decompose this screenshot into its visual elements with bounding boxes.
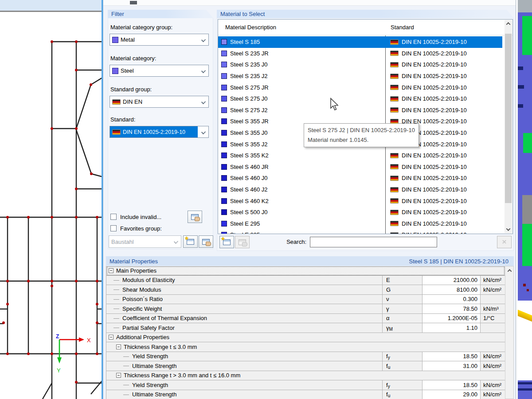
material-category-label: Material category:	[110, 55, 156, 62]
property-label: Main Properties	[116, 267, 156, 274]
material-standard: DIN EN 10025-2:2019-10	[402, 209, 467, 215]
favorites-group-select[interactable]: Baustahl	[109, 235, 181, 248]
property-label: Thickness Range t ≤ 3.0 mm	[124, 344, 197, 350]
coordinate-axes	[57, 337, 84, 364]
material-row[interactable]: Steel S 355 K2 DIN EN 10025-2:2019-10	[218, 150, 502, 161]
scroll-up-button[interactable]	[505, 20, 512, 27]
material-list-scrollbar[interactable]	[505, 20, 512, 233]
collapse-icon[interactable]	[109, 268, 113, 273]
favorites-group-label: Favorites group:	[120, 225, 162, 232]
germany-flag-icon	[112, 129, 121, 135]
standard-group-value: DIN EN	[123, 98, 142, 105]
material-row[interactable]: Steel E 295 DIN EN 10025-2:2019-10	[218, 218, 502, 230]
property-unit	[481, 323, 505, 332]
property-symbol: γM	[382, 323, 422, 332]
mouse-cursor	[329, 98, 339, 111]
clear-search-button[interactable]: ×	[497, 236, 512, 248]
material-row[interactable]: Steel S 275 JR DIN EN 10025-2:2019-10	[218, 82, 502, 93]
material-row[interactable]: Steel S 235 J2 DIN EN 10025-2:2019-10	[218, 70, 502, 82]
material-row[interactable]: Steel E 335 DIN EN 10025-2:2019-10	[218, 229, 502, 234]
material-color-swatch	[221, 153, 227, 158]
property-value[interactable]: 78.50	[422, 304, 481, 313]
standard-select[interactable]: DIN EN 10025-2:2019-10	[110, 126, 209, 138]
render-red-dot	[527, 289, 529, 291]
scroll-up-button[interactable]	[505, 267, 513, 274]
property-row: Yield Strength fy 18.50 kN/cm²	[106, 352, 505, 362]
standard-group-select[interactable]: DIN EN	[110, 96, 209, 108]
material-color-swatch	[221, 187, 227, 192]
material-row[interactable]: Steel S 235 JR DIN EN 10025-2:2019-10	[218, 48, 502, 59]
material-color-swatch	[221, 73, 227, 79]
material-name: Steel S 355 J0	[230, 129, 268, 136]
include-invalid-checkbox[interactable]	[110, 214, 117, 220]
material-standard: DIN EN 10025-2:2019-10	[402, 175, 467, 181]
scroll-down-button[interactable]	[505, 226, 512, 233]
render-dark-stripe	[518, 382, 532, 384]
germany-flag-icon	[390, 187, 399, 192]
material-selection-dialog: Filter Material category group: Metal Ma…	[103, 0, 516, 399]
favorites-group-value: Baustahl	[111, 239, 134, 245]
tooltip-line2: Material nunber 1.0145.	[308, 135, 415, 145]
germany-flag-icon	[390, 96, 399, 102]
edit-invalid-button[interactable]	[188, 211, 202, 223]
material-row[interactable]: Steel S 275 J2 DIN EN 10025-2:2019-10	[218, 105, 502, 116]
property-value[interactable]: 1.2000E-05	[422, 314, 481, 323]
germany-flag-icon	[112, 99, 121, 105]
material-category-group-select[interactable]: Metal	[110, 34, 209, 46]
property-value[interactable]: 18.50	[422, 352, 481, 361]
material-row[interactable]: Steel S 460 K2 DIN EN 10025-2:2019-10	[218, 195, 502, 207]
material-standard: DIN EN 10025-2:2019-10	[402, 84, 467, 91]
property-row: Poisson´s Ratio ν 0.300	[106, 295, 505, 305]
material-category-select[interactable]: Steel	[110, 65, 209, 77]
material-name: Steel S 235 JR	[230, 50, 269, 57]
property-row: Specific Weight γ 78.50 kN/m³	[106, 304, 505, 314]
property-unit: kN/cm²	[481, 352, 505, 361]
axis-z-label: Z	[56, 333, 59, 340]
property-label: Partial Safety Factor	[122, 325, 175, 331]
germany-flag-icon	[390, 232, 399, 234]
column-header-description[interactable]: Material Description	[225, 24, 276, 31]
material-row[interactable]: Steel S 235 J0 DIN EN 10025-2:2019-10	[218, 59, 502, 70]
properties-table: Main Properties Modulus of Elasticity E …	[106, 266, 505, 399]
edit-material-button[interactable]	[235, 236, 250, 248]
metal-color-swatch	[112, 37, 118, 43]
collapse-icon[interactable]	[116, 344, 121, 349]
scrollbar-thumb[interactable]	[505, 34, 512, 203]
chevron-down-icon	[201, 69, 206, 73]
material-row[interactable]: Steel S 460 J0 DIN EN 10025-2:2019-10	[218, 172, 502, 184]
search-input[interactable]	[310, 237, 437, 247]
property-value[interactable]: 0.300	[422, 295, 481, 304]
collapse-icon[interactable]	[109, 335, 113, 340]
property-value[interactable]: 18.50	[422, 380, 481, 390]
edit-favorites-group-button[interactable]	[199, 235, 213, 248]
property-label: Additional Properties	[116, 334, 169, 340]
property-value[interactable]: 8100.00	[422, 285, 481, 294]
material-tooltip: Steel S 275 J2 | DIN EN 10025-2:2019-10 …	[304, 123, 419, 147]
property-value[interactable]: 21000.00	[422, 276, 481, 285]
new-material-button[interactable]	[219, 236, 234, 248]
material-name: Steel S 460 JR	[230, 164, 269, 170]
properties-scrollbar[interactable]	[505, 266, 514, 399]
property-value[interactable]: 31.00	[422, 361, 481, 371]
material-row[interactable]: Steel S 185 DIN EN 10025-2:2019-10	[218, 36, 502, 48]
material-row[interactable]: Steel S 500 J0 DIN EN 10025-2:2019-10	[218, 207, 502, 218]
render-dark-wedge	[518, 85, 524, 89]
collapse-icon[interactable]	[116, 373, 121, 378]
property-symbol: G	[382, 285, 422, 294]
material-name: Steel S 460 K2	[230, 198, 269, 204]
favorites-group-checkbox[interactable]	[110, 225, 117, 231]
material-row[interactable]: Steel S 460 JR DIN EN 10025-2:2019-10	[218, 161, 502, 173]
material-row[interactable]: Steel S 460 J2 DIN EN 10025-2:2019-10	[218, 184, 502, 196]
column-header-standard[interactable]: Standard	[391, 24, 414, 31]
property-symbol: fy	[382, 352, 422, 361]
germany-flag-icon	[390, 176, 399, 181]
property-value[interactable]: 1.10	[422, 323, 481, 332]
property-symbol: fu	[382, 361, 422, 371]
property-value[interactable]: 29.00	[422, 390, 481, 399]
new-favorites-group-button[interactable]	[183, 235, 198, 248]
property-symbol: γ	[382, 304, 422, 313]
material-color-swatch	[221, 221, 227, 227]
window-hand-icon	[202, 239, 210, 245]
material-row[interactable]: Steel S 275 J0 DIN EN 10025-2:2019-10	[218, 93, 502, 105]
property-label: Yield Strength	[132, 353, 168, 360]
